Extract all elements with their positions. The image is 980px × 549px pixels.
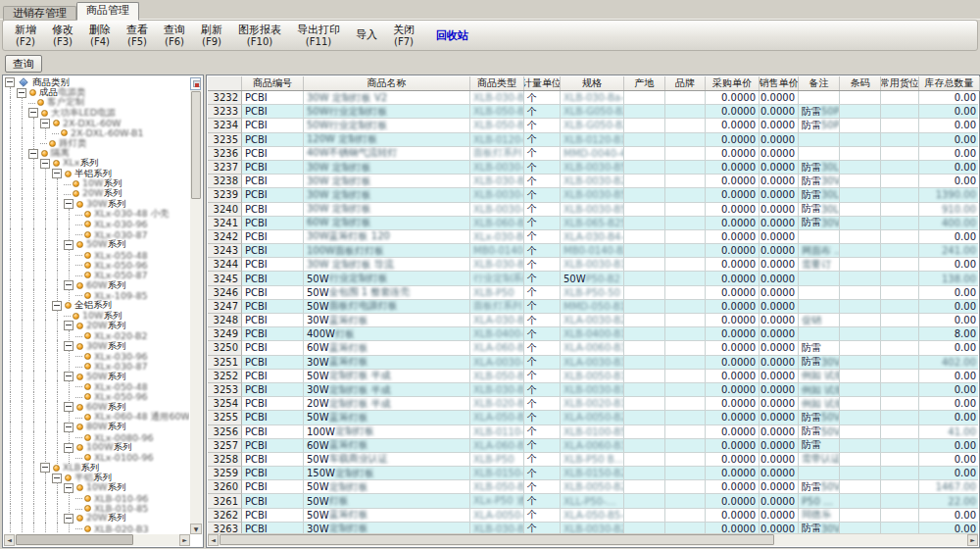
scroll-down-arrow-icon[interactable]: ▼ [190,524,202,534]
toolbar-button-5[interactable]: 查询(F6) [156,23,193,49]
stock-cell: 0.00 [919,314,978,327]
scroll-right-arrow-icon[interactable]: ► [967,534,978,546]
text: 0.0000 [721,371,756,381]
table-row[interactable]: 3238PCBI30W 定制灯板XLB-030-B2个XLB-0030-B2-…… [208,175,978,188]
table-row[interactable]: 3251PCBI30W蓝筹灯板XLA-0030-B3个XLA-0030-B3-4… [208,356,978,370]
tree-guide-line [17,250,28,260]
tree-node[interactable]: XLB-020-B3 [5,524,189,533]
toolbar-button-3[interactable]: 删除(F4) [81,23,119,49]
column-header[interactable]: 商品编号 [242,76,304,90]
toolbar-button-4[interactable]: 查看(F5) [119,23,156,49]
table-row[interactable]: 3252PCBI50W 定制灯板 半成XLB-050-B1个XLB-0050-B… [208,370,978,383]
column-header[interactable]: 产地 [624,76,665,90]
query-button[interactable]: 查询 [5,55,42,73]
slot-cell [881,119,919,132]
table-row[interactable]: 3240PCBI30W 定制灯板XLB-0030-B5个XLB-0030-B5 … [208,203,978,217]
toolbar-button-7[interactable]: 图形报表(F10) [230,23,289,49]
tree-print-icon[interactable] [190,77,201,90]
table-row[interactable]: 3245PCBI50W行业定制灯板行业定制系列个50W P50-B20.0000… [208,272,978,285]
table-row[interactable]: 3244PCBI30W 定制灯板 导流XLB-030-B1个XLB-0030-B… [208,258,978,272]
scroll-left-arrow-icon[interactable]: ◄ [4,534,15,546]
table-hscroll-thumb[interactable] [220,534,774,545]
table-horizontal-scrollbar[interactable]: ◄ ► [208,533,978,546]
category-node-icon [76,282,83,289]
scroll-left-arrow-icon[interactable]: ◄ [208,534,219,546]
tree-branch-line [75,250,83,260]
tree-guide-line [5,229,17,239]
text: PCBI [245,134,268,145]
toolbar-button-8[interactable]: 导出打印(F11) [289,23,348,49]
text: 0.00 [955,92,976,103]
toolbar-button-2[interactable]: 修改(F3) [44,23,81,49]
table-row[interactable]: 3247PCBI50W面板灯电源灯板面板灯系列个MMD-050-B1 28V0.… [208,300,978,314]
column-header[interactable]: 规格 [561,76,624,90]
tab-1[interactable]: 进销存管理 [3,6,76,21]
column-header[interactable]: 商品名称 [304,76,470,90]
table-row[interactable]: 3261PCBI50W灯板XLx-P50 通 …个XLL-P50-…0.0000… [208,494,978,508]
table-row[interactable]: 3242PCBI30W蓝筹灯板 120XLx-030-B4 …个XLA-030-… [208,230,978,244]
column-header[interactable]: 品牌 [665,76,706,90]
sale-price-cell: 0.0000 [760,425,799,439]
column-header[interactable]: 采购单价 [706,76,760,90]
table-row[interactable]: 3255PCBI50W蓝筹灯板XLA-050-B2个XLA-0050-B2-42… [208,411,978,424]
tree-guide-line [17,392,28,402]
category-node-icon [84,332,91,339]
tree-hscroll-thumb[interactable] [16,534,133,545]
table-row[interactable]: 3256PCBI100W 定制灯板XLB-0110-B5个XLB-0100-B5… [208,425,978,439]
table-row[interactable]: 3249PCBI400W灯板XLB-0400-B1个XLB-0400-B1-42… [208,327,978,341]
table-row[interactable]: 3257PCBI60W蓝筹灯板XLA-060-B3个XLA-0060-B3-42… [208,439,978,453]
column-header[interactable]: 商品类型 [470,76,524,90]
toolbar-button-6[interactable]: 刷新(F9) [193,23,230,49]
tree-vertical-scrollbar[interactable]: ▼ [190,76,202,534]
tree-guide-line [28,372,40,381]
table-row[interactable]: 3233PCBI50W行业定制灯板XLB-050-B2个XLB-G050-B2 … [208,105,978,119]
table-row[interactable]: 3246PCBI50W全包围 1 整套连壳XLB-P50个XLB-P50-50 … [208,286,978,300]
tree-vscroll-thumb[interactable] [191,91,201,199]
category-node-icon [41,110,48,117]
tree-horizontal-scrollbar[interactable]: ◄ ► [4,534,190,546]
column-header[interactable]: 销售单价 [760,76,799,90]
toolbar-button-10[interactable]: 关闭(F7) [385,23,422,49]
table-row[interactable]: 3239PCBI30W 定制灯板XLB-0030-B5个XLB-0030-B5 … [208,188,978,202]
column-header[interactable]: 备注 [799,76,840,90]
table-row[interactable]: 3241PCBI60W 定制灯板XLB-060-B2个XLB-065-B2S0.… [208,217,978,230]
toolbar-button-1[interactable]: 新增(F2) [7,23,44,49]
purchase-price-cell: 0.0000 [706,161,760,175]
table-row[interactable]: 3237PCBI30W 定制灯板XLB-0030-B5个XLB-0030-B5-… [208,161,978,175]
table-row[interactable]: 3243PCBI100W面板灯灯板MB0-0140-B2个MB0-0140-B2… [208,244,978,258]
column-header[interactable]: 库存总数量 [919,76,980,90]
purchase-price-cell: 0.0000 [706,244,760,258]
scroll-right-arrow-icon[interactable]: ► [179,534,190,546]
tree-branch-line [75,290,83,300]
tree-guide-line [28,179,40,189]
tree-guide-line [28,290,40,300]
table-row[interactable]: 3234PCBI50W行业定制灯板XLB-050-B2个XLB-G050-B2 … [208,119,978,132]
table-row[interactable]: 3262PCBI50W蓝筹灯板XLA-0050-B5个XLA-050-B5-42… [208,509,978,523]
table-row[interactable]: 3250PCBI60W蓝筹灯板XLA-060-B3个XLA-0060-B3-42… [208,341,978,355]
tree-node[interactable]: 路灯类 [5,138,189,148]
table-row[interactable]: 3248PCBI30W蓝筹灯板XLA-030-B2个XLA-0030-B2-30… [208,314,978,327]
toolbar-button-9[interactable]: 导入 [348,27,385,43]
origin-cell [624,105,665,119]
column-header[interactable]: 条码 [840,76,881,90]
text: 3253 [214,384,238,395]
purchase-price-cell: 0.0000 [706,258,760,272]
tree-node[interactable]: 商品类别 [5,77,189,87]
table-row[interactable]: 3259PCBI150W 定制灯板XLB-0150-B2个XLB-0150-B2… [208,467,978,480]
table-row[interactable]: 3253PCBI30W 定制灯板 半成XLB-030-B1个XLB-0030-B… [208,383,978,397]
tree-guide-line [5,413,17,423]
text: PCBI [245,218,268,228]
tab-2[interactable]: 商品管理 [76,2,139,21]
table-row[interactable]: 3254PCBI20W 定制灯板 半成XLB-020-B1个XLB-0020-B… [208,397,978,411]
table-row[interactable]: 3258PCBI50W 车载商业认证XLB-P50个XLB-P50 B…0.00… [208,453,978,467]
recycle-bin-button[interactable]: 回收站 [430,26,474,45]
tree-node[interactable]: 成品电源类 [5,87,189,97]
column-header[interactable]: 常用货位 [881,76,919,90]
table-row[interactable]: 3232PCBI30W 定制灯板 V2XLB-030-B4个XLB-030-Ba… [208,91,978,105]
table-row[interactable]: 3236PCBI40W不锈钢气流转灯面板灯系列个MMD-0040-42V0.00… [208,147,978,161]
table-row[interactable]: 3235PCBI120W 定制灯板XLB-0120-B1个XLB-0120-B1… [208,133,978,147]
text: 0.0000 [721,274,756,284]
name-cell: 30W 定制灯板 导流 [304,258,470,272]
table-row[interactable]: 3260PCBI50W 定制灯板XLB-050-B2个XLB-0050-B2-4… [208,480,978,494]
column-header[interactable]: 计量单位 [524,76,561,90]
